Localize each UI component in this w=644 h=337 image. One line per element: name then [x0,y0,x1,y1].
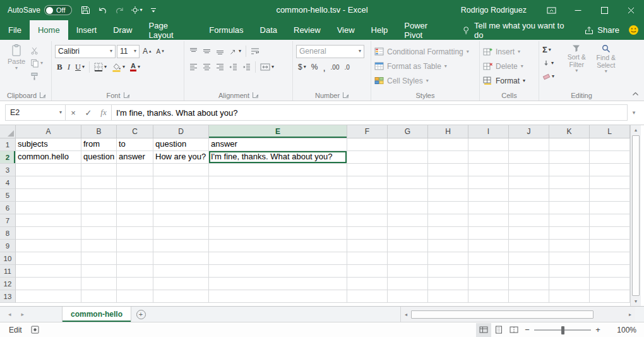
cell-C4[interactable] [117,176,153,189]
horizontal-scrollbar-thumb[interactable] [411,310,593,319]
cell-A13[interactable] [16,290,81,303]
cell-K10[interactable] [549,252,590,265]
zoom-slider[interactable] [534,323,591,337]
format-painter-button[interactable] [30,70,45,82]
tab-view[interactable]: View [329,20,363,40]
font-dialog-launcher-icon[interactable] [124,92,129,98]
cell-F2[interactable] [347,151,388,164]
cell-E11[interactable] [209,265,347,278]
tab-formulas[interactable]: Formulas [201,20,251,40]
font-size-select[interactable]: 11 ▾ [117,45,140,58]
autosave-toggle[interactable]: AutoSave Off [8,5,72,15]
feedback-smiley-button[interactable] [626,20,644,40]
cell-H5[interactable] [428,189,468,202]
font-color-button[interactable]: A ▾ [128,60,142,74]
cell-G11[interactable] [388,265,428,278]
cell-G4[interactable] [388,176,428,189]
zoom-level[interactable]: 100% [607,326,636,334]
cell-J6[interactable] [509,202,549,214]
cell-D3[interactable] [153,164,209,176]
cell-A9[interactable] [16,240,81,252]
cell-G13[interactable] [388,290,428,303]
cell-F7[interactable] [347,214,388,227]
cell-I13[interactable] [468,290,509,303]
normal-view-button[interactable] [476,323,491,337]
tell-me-search[interactable]: Tell me what you want to do [455,20,579,40]
conditional-formatting-button[interactable]: Conditional Formatting ▾ [374,44,476,59]
cell-A8[interactable] [16,227,81,240]
cell-H2[interactable] [428,151,468,164]
fill-button[interactable]: ▾ [542,57,562,69]
row-header-3[interactable]: 3 [0,164,16,176]
row-header-11[interactable]: 11 [0,265,16,278]
insert-function-button[interactable]: fx [96,105,111,120]
customize-quick-access-button[interactable] [145,0,162,20]
cell-H6[interactable] [428,202,468,214]
align-top-button[interactable] [188,44,200,58]
cell-K8[interactable] [549,227,590,240]
cell-K12[interactable] [549,278,590,290]
cell-C6[interactable] [117,202,153,214]
cell-D8[interactable] [153,227,209,240]
cell-H8[interactable] [428,227,468,240]
column-header-I[interactable]: I [468,125,509,138]
cell-C7[interactable] [117,214,153,227]
cell-D11[interactable] [153,265,209,278]
macro-record-button[interactable] [31,326,39,334]
cell-F6[interactable] [347,202,388,214]
cell-A2[interactable]: common.hello [16,151,81,164]
cell-G12[interactable] [388,278,428,290]
cell-K2[interactable] [549,151,590,164]
touch-mouse-mode-button[interactable]: ▾ [128,0,145,20]
comma-style-button[interactable]: , [321,60,327,74]
zoom-out-button[interactable]: − [522,325,533,334]
scroll-down-icon[interactable]: ▾ [631,297,641,306]
cell-I1[interactable] [468,138,509,151]
page-layout-view-button[interactable] [491,323,506,337]
fill-color-button[interactable]: ▾ [110,60,127,74]
cell-J1[interactable] [509,138,549,151]
cell-B8[interactable] [81,227,117,240]
cell-L3[interactable] [590,164,630,176]
cell-K3[interactable] [549,164,590,176]
clipboard-dialog-launcher-icon[interactable] [40,92,45,98]
expand-formula-bar-button[interactable]: ▾ [628,109,640,116]
paste-button[interactable]: Paste ▾ [4,44,28,82]
cell-K1[interactable] [549,138,590,151]
cell-A11[interactable] [16,265,81,278]
cell-F4[interactable] [347,176,388,189]
number-format-select[interactable]: General ▾ [296,45,364,58]
cell-H1[interactable] [428,138,468,151]
cell-E2[interactable]: I'm fine, thanks. What about you? [209,151,347,164]
cell-C13[interactable] [117,290,153,303]
cell-L4[interactable] [590,176,630,189]
cell-D10[interactable] [153,252,209,265]
cell-L1[interactable] [590,138,630,151]
cell-A3[interactable] [16,164,81,176]
column-header-J[interactable]: J [509,125,549,138]
share-button[interactable]: Share [578,20,626,40]
cell-J4[interactable] [509,176,549,189]
decrease-decimal-button[interactable]: .0 [342,60,351,74]
vertical-scrollbar-thumb[interactable] [632,135,640,296]
row-header-6[interactable]: 6 [0,202,16,214]
save-button[interactable] [77,0,94,20]
cell-C3[interactable] [117,164,153,176]
autosum-button[interactable]: Σ ▾ [542,44,562,56]
cell-F12[interactable] [347,278,388,290]
cell-E1[interactable]: answer [209,138,347,151]
cell-F3[interactable] [347,164,388,176]
tab-draw[interactable]: Draw [105,20,140,40]
cell-F5[interactable] [347,189,388,202]
cell-G10[interactable] [388,252,428,265]
percent-style-button[interactable]: % [309,60,320,74]
underline-button[interactable]: U ▾ [73,60,86,74]
cell-F8[interactable] [347,227,388,240]
borders-button[interactable]: ▾ [92,60,109,74]
cell-H13[interactable] [428,290,468,303]
undo-button[interactable] [94,0,111,20]
align-center-button[interactable] [201,60,213,74]
cell-J10[interactable] [509,252,549,265]
cell-L9[interactable] [590,240,630,252]
cell-L12[interactable] [590,278,630,290]
